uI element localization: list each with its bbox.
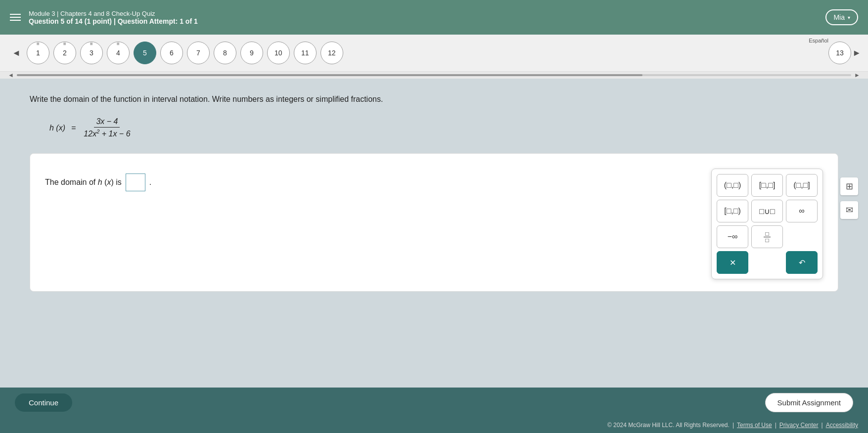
- privacy-center-link[interactable]: Privacy Center: [779, 422, 819, 429]
- separator1: |: [732, 422, 734, 429]
- function-fraction: 3x − 4 12x2 + 1x − 6: [82, 117, 132, 138]
- undo-icon: ↶: [799, 258, 805, 267]
- kb-clear[interactable]: ✕: [717, 251, 748, 274]
- nav-next-arrow[interactable]: ►: [850, 48, 863, 58]
- nav-btn-11[interactable]: 11: [294, 42, 317, 64]
- continue-button[interactable]: Continue: [15, 393, 72, 412]
- kb-closed-interval[interactable]: [□,□): [717, 200, 748, 222]
- answer-suffix: .: [149, 178, 151, 187]
- scroll-right-arrow[interactable]: ►: [854, 72, 860, 79]
- nav-btn-7[interactable]: 7: [187, 42, 210, 64]
- kb-closed-open-interval[interactable]: [□,□]: [751, 174, 783, 197]
- question-instruction: Write the domain of the function in inte…: [30, 93, 838, 105]
- kb-empty2: [751, 251, 783, 274]
- copyright-text: © 2024 McGraw Hill LLC. All Rights Reser…: [607, 422, 730, 429]
- clear-icon: ✕: [730, 258, 736, 267]
- math-keyboard: (□,□) [□,□] (□,□] [□,□) □∪□ ∞: [711, 169, 823, 279]
- nav-btn-8[interactable]: 8: [214, 42, 236, 64]
- nav-btn-3[interactable]: 3: [80, 42, 103, 64]
- hamburger-menu[interactable]: [10, 14, 21, 21]
- chevron-down-icon: ▾: [848, 15, 850, 20]
- main-content: ⊞ ✉ Write the domain of the function in …: [0, 79, 868, 388]
- terms-of-use-link[interactable]: Terms of Use: [737, 422, 772, 429]
- footer-nav: Continue Submit Assignment: [0, 388, 868, 417]
- kb-open-closed-interval[interactable]: (□,□]: [786, 174, 818, 197]
- separator3: |: [822, 422, 823, 429]
- fraction-denominator: 12x2 + 1x − 6: [82, 128, 132, 138]
- bottom-footer: © 2024 McGraw Hill LLC. All Rights Reser…: [0, 417, 868, 433]
- submit-assignment-button[interactable]: Submit Assignment: [765, 393, 853, 412]
- kb-union[interactable]: □∪□: [751, 200, 783, 222]
- mail-icon[interactable]: ✉: [840, 201, 858, 219]
- question-info: Question 5 of 14 (1 point) | Question At…: [29, 17, 198, 25]
- nav-btn-12[interactable]: 12: [320, 42, 343, 64]
- question-nav-container: ◄ 1 2 3 4 5 6 7 8 9 10 11 12 Español 13 …: [0, 35, 868, 79]
- formula-container: h (x) = 3x − 4 12x2 + 1x − 6: [49, 117, 838, 138]
- equals-sign: =: [71, 124, 76, 132]
- answer-prefix: The domain of h (x) is: [45, 178, 122, 187]
- header-title: Module 3 | Chapters 4 and 8 Check-Up Qui…: [29, 10, 198, 25]
- nav-btn-5[interactable]: 5: [134, 42, 156, 64]
- module-line1: Module 3 | Chapters 4 and 8 Check-Up Qui…: [29, 10, 198, 17]
- answer-input[interactable]: [126, 173, 145, 191]
- question-nav-bar: ◄ 1 2 3 4 5 6 7 8 9 10 11 12 Español 13 …: [0, 35, 868, 72]
- user-menu-button[interactable]: Mia ▾: [825, 9, 858, 25]
- accessibility-link[interactable]: Accessibility: [826, 422, 858, 429]
- espanol-label: Español: [809, 38, 828, 43]
- scroll-bar-area: ◄ ►: [0, 72, 868, 79]
- scroll-track: [17, 74, 851, 76]
- scroll-left-arrow[interactable]: ◄: [8, 72, 14, 79]
- nav-btn-4[interactable]: 4: [107, 42, 130, 64]
- header: Module 3 | Chapters 4 and 8 Check-Up Qui…: [0, 0, 868, 35]
- kb-empty: [786, 225, 818, 248]
- nav-prev-arrow[interactable]: ◄: [10, 48, 23, 58]
- kb-fraction[interactable]: □ □: [751, 225, 783, 248]
- nav-btn-2[interactable]: 2: [53, 42, 76, 64]
- kb-infinity[interactable]: ∞: [786, 200, 818, 222]
- separator2: |: [775, 422, 777, 429]
- nav-btn-6[interactable]: 6: [160, 42, 183, 64]
- nav-btn-9[interactable]: 9: [240, 42, 263, 64]
- kb-undo[interactable]: ↶: [786, 251, 818, 274]
- user-name: Mia: [833, 13, 845, 21]
- side-icons: ⊞ ✉: [840, 177, 858, 219]
- answer-row: The domain of h (x) is .: [45, 173, 823, 191]
- nav-btn-13[interactable]: 13: [828, 42, 851, 64]
- kb-open-interval[interactable]: (□,□): [717, 174, 748, 197]
- scroll-thumb[interactable]: [17, 74, 642, 76]
- fraction-numerator: 3x − 4: [94, 117, 120, 128]
- calculator-icon[interactable]: ⊞: [840, 177, 858, 195]
- nav-btn-10[interactable]: 10: [267, 42, 290, 64]
- answer-area: The domain of h (x) is . (□,□) [□,□] (□,…: [30, 153, 838, 292]
- kb-neg-infinity[interactable]: −∞: [717, 225, 748, 248]
- function-label: h (x): [49, 124, 65, 132]
- nav-btn-1[interactable]: 1: [27, 42, 49, 64]
